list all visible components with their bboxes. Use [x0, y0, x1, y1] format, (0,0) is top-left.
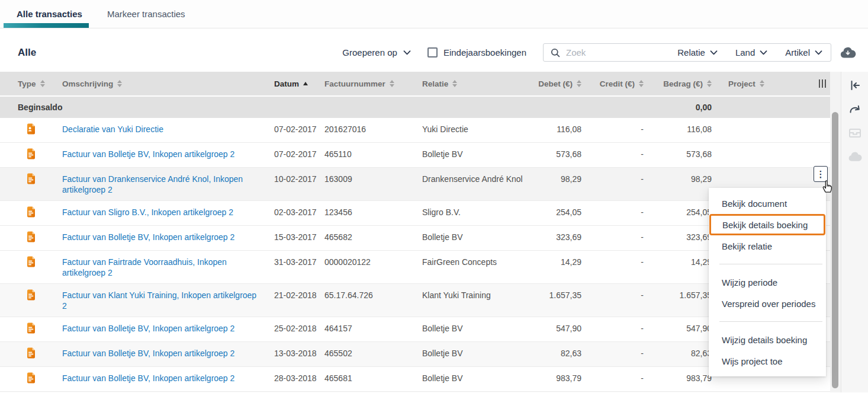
- search-box: Relatie Land Artikel: [543, 43, 831, 62]
- table-header-row: TypeOmschrijvingDatumFactuurnummerRelati…: [0, 72, 830, 95]
- amount-cell: 1.657,35: [648, 290, 716, 301]
- document-type-cell: [0, 322, 53, 336]
- row-actions-button[interactable]: ⋮: [814, 166, 828, 182]
- relation-cell: Yuki Directie: [417, 124, 530, 135]
- column-header-datum[interactable]: Datum: [269, 79, 320, 88]
- table-row[interactable]: Factuur van Bolletje BV, Inkopen artikel…: [0, 226, 830, 251]
- column-header-project[interactable]: Project: [716, 79, 782, 88]
- credit-cell: -: [586, 323, 648, 334]
- document-type-cell: [0, 206, 53, 220]
- table-row[interactable]: Factuur van Bolletje BV, Inkopen artikel…: [0, 143, 830, 168]
- menu-item-verspreid-over-periodes[interactable]: Verspreid over periodes: [709, 293, 826, 314]
- relation-cell: Sligro B.V.: [417, 207, 530, 218]
- redo-icon[interactable]: [847, 101, 863, 117]
- date-cell: 07-02-2017: [269, 124, 320, 135]
- column-header-debet[interactable]: Debet (€): [530, 79, 586, 88]
- column-header-factuurnummer[interactable]: Factuurnummer: [320, 79, 417, 88]
- transaction-link[interactable]: Factuur van Bolletje BV, Inkopen artikel…: [62, 349, 234, 358]
- table-row[interactable]: Factuur van Drankenservice André Knol, I…: [0, 168, 830, 201]
- search-input[interactable]: [565, 47, 660, 58]
- description-cell: Factuur van Drankenservice André Knol, I…: [53, 174, 269, 195]
- sort-ascending-icon: [303, 82, 308, 85]
- transaction-link[interactable]: Factuur van Drankenservice André Knol, I…: [62, 174, 243, 194]
- column-settings-button[interactable]: [782, 79, 830, 88]
- column-header-credit[interactable]: Credit (€): [586, 79, 648, 88]
- relation-cell: Klant Yuki Training: [417, 290, 530, 301]
- beginsaldo-amount: 0,00: [648, 103, 716, 112]
- debit-cell: 547,90: [530, 323, 586, 334]
- invoice-number-cell: 464157: [320, 323, 417, 334]
- menu-item-wijzig-periode[interactable]: Wijzig periode: [709, 271, 826, 293]
- scrollbar-thumb[interactable]: [832, 112, 838, 388]
- menu-divider: [719, 264, 822, 264]
- transaction-link[interactable]: Factuur van Fairtrade Voorraadhuis, Inko…: [62, 257, 227, 277]
- archive-icon: [847, 125, 863, 140]
- transaction-link[interactable]: Declaratie van Yuki Directie: [62, 124, 163, 134]
- date-cell: 15-03-2017: [269, 232, 320, 242]
- vertical-scrollbar[interactable]: [830, 72, 841, 392]
- transaction-link[interactable]: Factuur van Sligro B.V., Inkopen artikel…: [62, 207, 233, 217]
- table-row[interactable]: Factuur van Fairtrade Voorraadhuis, Inko…: [0, 251, 830, 284]
- collapse-panel-icon[interactable]: [847, 78, 863, 93]
- group-by-dropdown[interactable]: Groeperen op: [342, 47, 411, 57]
- column-header-type[interactable]: Type: [0, 79, 53, 88]
- filter-relatie[interactable]: Relatie: [677, 47, 718, 57]
- sort-toggle-icon: [639, 80, 644, 87]
- sort-toggle-icon: [707, 80, 712, 87]
- debit-cell: 82,63: [530, 348, 586, 359]
- year-end-checkbox[interactable]: [427, 47, 438, 57]
- filter-artikel[interactable]: Artikel: [785, 47, 822, 57]
- transactions-table: TypeOmschrijvingDatumFactuurnummerRelati…: [0, 72, 830, 392]
- debit-cell: 323,69: [530, 232, 586, 242]
- declaration-document-icon: [27, 123, 36, 135]
- debit-cell: 116,08: [530, 124, 586, 135]
- invoice-document-icon: [27, 322, 36, 334]
- filter-relatie-label: Relatie: [677, 47, 705, 57]
- sort-toggle-icon: [760, 80, 764, 87]
- date-cell: 31-03-2017: [269, 257, 320, 267]
- filter-artikel-label: Artikel: [785, 47, 810, 57]
- document-type-cell: [0, 289, 53, 303]
- table-row[interactable]: Factuur van Sligro B.V., Inkopen artikel…: [0, 201, 830, 226]
- table-row[interactable]: Factuur van Bolletje BV, Inkopen artikel…: [0, 367, 830, 392]
- column-label: Type: [18, 79, 36, 88]
- year-end-bookings-toggle[interactable]: Eindejaarsboekingen: [427, 47, 526, 57]
- page-title: Alle: [18, 47, 36, 59]
- menu-item-bekijk-details-boeking[interactable]: Bekijk details boeking: [709, 214, 825, 235]
- transaction-link[interactable]: Factuur van Bolletje BV, Inkopen artikel…: [62, 324, 234, 333]
- table-row[interactable]: Factuur van Bolletje BV, Inkopen artikel…: [0, 342, 830, 367]
- column-header-omschrijving[interactable]: Omschrijving: [53, 79, 269, 88]
- amount-cell: 547,90: [648, 323, 716, 334]
- description-cell: Factuur van Bolletje BV, Inkopen artikel…: [53, 373, 269, 384]
- debit-cell: 254,05: [530, 207, 586, 218]
- transaction-link[interactable]: Factuur van Klant Yuki Training, Inkopen…: [62, 290, 256, 311]
- export-cloud-button[interactable]: [840, 46, 856, 59]
- beginsaldo-row: Beginsaldo 0,00: [0, 95, 830, 118]
- menu-item-wijzig-details-boeking[interactable]: Wijzig details boeking: [709, 329, 826, 350]
- debit-cell: 573,68: [530, 149, 586, 159]
- table-row[interactable]: Factuur van Bolletje BV, Inkopen artikel…: [0, 317, 830, 342]
- sort-toggle-icon: [577, 80, 581, 87]
- tab-alle-transacties[interactable]: Alle transacties: [17, 9, 82, 19]
- table-row[interactable]: Factuur van Klant Yuki Training, Inkopen…: [0, 284, 830, 317]
- table-row[interactable]: Declaratie van Yuki Directie07-02-201720…: [0, 118, 830, 143]
- menu-item-bekijk-document[interactable]: Bekijk document: [709, 193, 826, 214]
- invoice-document-icon: [27, 231, 36, 242]
- tab-markeer-transacties[interactable]: Markeer transacties: [107, 9, 185, 19]
- relation-cell: Bolletje BV: [417, 373, 530, 384]
- transaction-link[interactable]: Factuur van Bolletje BV, Inkopen artikel…: [62, 232, 234, 242]
- invoice-number-cell: 465681: [320, 373, 417, 384]
- transaction-link[interactable]: Factuur van Bolletje BV, Inkopen artikel…: [62, 149, 234, 159]
- date-cell: 02-03-2017: [269, 207, 320, 218]
- sort-toggle-icon: [117, 80, 122, 87]
- menu-item-wijs-project-toe[interactable]: Wijs project toe: [709, 350, 826, 372]
- column-header-bedrag[interactable]: Bedrag (€): [648, 79, 716, 88]
- transaction-link[interactable]: Factuur van Bolletje BV, Inkopen artikel…: [62, 373, 234, 383]
- menu-item-bekijk-relatie[interactable]: Bekijk relatie: [709, 235, 826, 257]
- amount-cell: 323,69: [648, 232, 716, 242]
- amount-cell: 116,08: [648, 124, 716, 135]
- column-header-relatie[interactable]: Relatie: [417, 79, 530, 88]
- column-label: Factuurnummer: [324, 79, 385, 88]
- date-cell: 25-02-2018: [269, 323, 320, 334]
- filter-land[interactable]: Land: [735, 47, 767, 57]
